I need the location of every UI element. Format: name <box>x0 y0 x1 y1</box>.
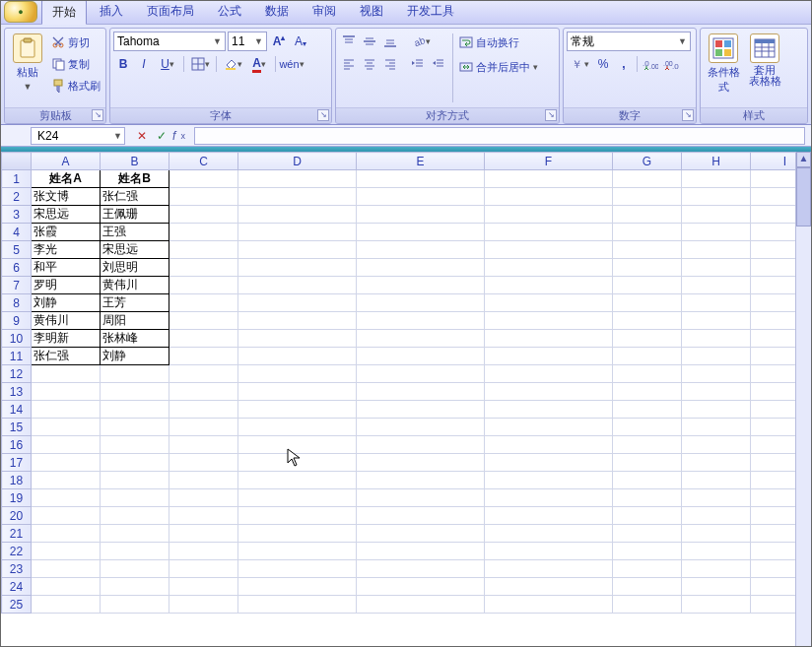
row-header[interactable]: 9 <box>2 312 32 330</box>
cell[interactable] <box>357 294 485 312</box>
cell[interactable] <box>485 277 613 294</box>
cell[interactable] <box>357 454 485 472</box>
cell[interactable] <box>357 472 485 489</box>
cell[interactable] <box>682 188 751 206</box>
align-top-button[interactable] <box>339 32 359 51</box>
row-header[interactable]: 25 <box>2 596 32 614</box>
cell[interactable] <box>682 436 751 454</box>
comma-button[interactable]: , <box>614 54 634 74</box>
cell[interactable]: 姓名B <box>101 170 169 188</box>
merge-center-button[interactable]: 合并后居中 ▾ <box>457 56 540 78</box>
cell[interactable] <box>32 560 101 578</box>
cell[interactable] <box>101 507 169 525</box>
align-right-button[interactable] <box>380 54 400 74</box>
cell[interactable] <box>101 454 169 472</box>
cell[interactable] <box>357 259 485 277</box>
cell[interactable] <box>613 224 682 241</box>
cell[interactable] <box>357 224 485 241</box>
font-color-button[interactable]: A▾ <box>246 54 272 74</box>
cell[interactable] <box>485 507 613 525</box>
cell[interactable] <box>357 489 485 507</box>
cell[interactable] <box>485 259 613 277</box>
cell[interactable] <box>238 170 357 188</box>
increase-decimal-button[interactable]: .0.00 <box>641 54 660 74</box>
paste-button[interactable]: 粘贴 ▼ <box>8 32 47 94</box>
row-header[interactable]: 8 <box>2 294 32 312</box>
font-size-select[interactable]: 11▼ <box>228 32 267 51</box>
cell[interactable] <box>485 560 613 578</box>
cell[interactable] <box>357 348 485 365</box>
cell[interactable]: 李明新 <box>32 330 101 348</box>
cell[interactable] <box>357 277 485 294</box>
cell[interactable] <box>613 507 682 525</box>
row-header[interactable]: 24 <box>2 578 32 596</box>
row-header[interactable]: 1 <box>2 170 32 188</box>
shrink-font-button[interactable]: A▾ <box>291 32 310 51</box>
enter-formula-icon[interactable]: ✓ <box>153 127 170 145</box>
cell[interactable]: 王芳 <box>101 294 169 312</box>
bold-button[interactable]: B <box>113 54 133 74</box>
cell[interactable] <box>32 489 101 507</box>
cell[interactable]: 和平 <box>32 259 101 277</box>
cell[interactable] <box>238 312 357 330</box>
cell[interactable] <box>169 507 238 525</box>
row-header[interactable]: 12 <box>2 365 32 383</box>
office-button[interactable]: ● <box>4 1 37 23</box>
decrease-decimal-button[interactable]: .00.0 <box>661 54 681 74</box>
row-header[interactable]: 2 <box>2 188 32 206</box>
cell[interactable] <box>613 489 682 507</box>
cell[interactable] <box>485 330 613 348</box>
cell[interactable] <box>357 596 485 614</box>
cell[interactable] <box>101 578 169 596</box>
cell[interactable] <box>485 596 613 614</box>
vertical-scrollbar[interactable]: ▲ <box>795 152 811 646</box>
name-box[interactable]: K24 ▼ <box>31 127 125 145</box>
cell[interactable] <box>613 365 682 383</box>
cell[interactable]: 李光 <box>32 241 101 259</box>
formula-input[interactable] <box>194 127 805 145</box>
cell[interactable] <box>613 170 682 188</box>
cell[interactable] <box>101 365 169 383</box>
cell[interactable] <box>169 401 238 419</box>
cancel-formula-icon[interactable]: ✕ <box>133 127 151 145</box>
dialog-launcher-icon[interactable]: ↘ <box>317 109 329 121</box>
cell[interactable] <box>613 294 682 312</box>
cell[interactable] <box>357 507 485 525</box>
tab-5[interactable]: 审阅 <box>302 0 347 24</box>
cell[interactable] <box>613 436 682 454</box>
cell[interactable] <box>169 206 238 224</box>
tab-4[interactable]: 数据 <box>254 0 300 24</box>
cell[interactable] <box>32 543 101 560</box>
cell[interactable] <box>682 277 751 294</box>
cell[interactable] <box>169 188 238 206</box>
cell[interactable] <box>101 489 169 507</box>
cell[interactable] <box>357 206 485 224</box>
cell[interactable] <box>485 188 613 206</box>
cell[interactable] <box>613 454 682 472</box>
cell[interactable] <box>485 454 613 472</box>
cell[interactable]: 张林峰 <box>101 330 169 348</box>
cell[interactable] <box>357 560 485 578</box>
cell[interactable] <box>682 472 751 489</box>
cell[interactable] <box>613 419 682 436</box>
cell[interactable] <box>613 401 682 419</box>
cell[interactable] <box>32 596 101 614</box>
tab-2[interactable]: 页面布局 <box>136 0 205 24</box>
row-header[interactable]: 21 <box>2 525 32 543</box>
cell[interactable]: 刘静 <box>101 348 169 365</box>
phonetic-button[interactable]: wén▾ <box>279 54 304 74</box>
cell[interactable] <box>613 188 682 206</box>
cut-button[interactable]: 剪切 <box>49 32 102 53</box>
column-header[interactable]: A <box>32 153 101 170</box>
row-header[interactable]: 4 <box>2 224 32 241</box>
cell[interactable] <box>613 330 682 348</box>
cell[interactable] <box>238 348 357 365</box>
cell[interactable] <box>485 170 613 188</box>
cell[interactable] <box>485 401 613 419</box>
spreadsheet-grid[interactable]: ABCDEFGHI 1姓名A姓名B2张文博张仁强3宋思远王佩珊4张霞王强5李光宋… <box>1 152 811 614</box>
cell[interactable] <box>682 365 751 383</box>
cell[interactable] <box>32 472 101 489</box>
cell[interactable] <box>101 525 169 543</box>
cell[interactable] <box>682 383 751 401</box>
cell[interactable] <box>238 578 357 596</box>
